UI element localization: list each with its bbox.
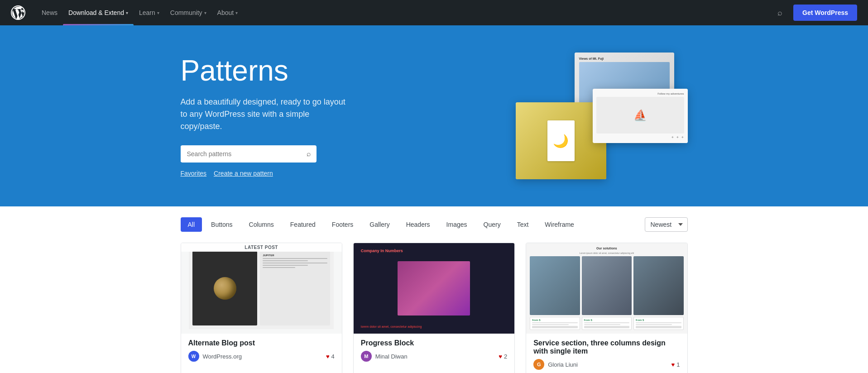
pattern-card-info-3: Service section, three columns design wi… xyxy=(526,334,687,373)
community-chevron-icon: ▾ xyxy=(204,10,206,15)
filter-tab-buttons[interactable]: Buttons xyxy=(204,217,240,232)
pattern-card-img-2: Company In Numbers lorem dolor sit amet,… xyxy=(354,243,514,334)
pattern-card-avatar-2: M xyxy=(361,351,372,362)
pattern-card-1[interactable]: LATEST POST JUPITER Altern xyxy=(181,243,342,373)
filter-tab-all[interactable]: All xyxy=(181,217,202,232)
pattern-card-img-1: LATEST POST JUPITER xyxy=(181,243,342,334)
pattern-card-likes-3[interactable]: ♥ 1 xyxy=(671,361,680,368)
heart-icon-1: ♥ xyxy=(326,353,330,360)
filter-tab-footers[interactable]: Footers xyxy=(325,217,360,232)
nav-right: ⌕ Get WordPress xyxy=(774,5,857,21)
search-input[interactable] xyxy=(181,146,301,162)
pattern-card-info-2: Progress Block M Minal Diwan ♥ 2 xyxy=(354,334,514,367)
nav-item-download[interactable]: Download & Extend ▾ xyxy=(63,0,134,25)
pattern-card-author-1: WordPress.org xyxy=(203,353,242,360)
pattern-card-meta-1: W WordPress.org ♥ 4 xyxy=(188,351,335,362)
filter-tabs: All Buttons Columns Featured Footers Gal… xyxy=(181,217,581,232)
pattern-card-info-1: Alternate Blog post W WordPress.org ♥ 4 xyxy=(181,334,342,367)
pattern-card-3[interactable]: Our solutions Lorem ipsum dolor sit amet… xyxy=(526,243,687,373)
hero-search-wrap: ⌕ xyxy=(181,145,317,163)
heart-icon-3: ♥ xyxy=(671,361,675,368)
filter-tab-wireframe[interactable]: Wireframe xyxy=(537,217,581,232)
pattern-card-avatar-3: G xyxy=(533,359,544,370)
hero-preview-images: Views of Mt. Fuji 🌙 xyxy=(516,53,688,179)
filter-tab-columns[interactable]: Columns xyxy=(242,217,281,232)
pattern-card-likes-1[interactable]: ♥ 4 xyxy=(326,353,335,360)
card2-progress-preview: Company In Numbers lorem dolor sit amet,… xyxy=(354,243,514,334)
nav-item-about[interactable]: About ▾ xyxy=(212,0,244,25)
about-chevron-icon: ▾ xyxy=(235,10,238,15)
pattern-card-meta-3: G Gloria Liuni ♥ 1 xyxy=(533,359,680,370)
filter-tab-featured[interactable]: Featured xyxy=(283,217,323,232)
hero-title: Patterns xyxy=(181,55,353,86)
search-submit-icon: ⌕ xyxy=(307,150,311,158)
pattern-card-name-3: Service section, three columns design wi… xyxy=(533,339,680,355)
create-pattern-link[interactable]: Create a new pattern xyxy=(214,170,273,177)
get-wordpress-button[interactable]: Get WordPress xyxy=(793,5,857,21)
hero-card-mid: Follow my adventures ⛵ ✦ ✦ ✦ xyxy=(593,89,688,143)
pattern-card-name-2: Progress Block xyxy=(361,339,507,347)
nav-item-community[interactable]: Community ▾ xyxy=(165,0,212,25)
filter-tab-query[interactable]: Query xyxy=(476,217,508,232)
pattern-card-likes-2[interactable]: ♥ 2 xyxy=(499,353,507,360)
nav-item-learn[interactable]: Learn ▾ xyxy=(134,0,165,25)
filter-tab-gallery[interactable]: Gallery xyxy=(362,217,397,232)
pattern-card-author-2: Minal Diwan xyxy=(375,353,408,360)
pattern-card-name-1: Alternate Blog post xyxy=(188,339,335,347)
hero-search-button[interactable]: ⌕ xyxy=(301,145,317,163)
pattern-card-img-3: Our solutions Lorem ipsum dolor sit amet… xyxy=(526,243,687,334)
pattern-card-avatar-1: W xyxy=(188,351,199,362)
nav-links: News Download & Extend ▾ Learn ▾ Communi… xyxy=(36,0,774,25)
hero-links: Favorites Create a new pattern xyxy=(181,170,353,177)
pattern-card-author-3: Gloria Liuni xyxy=(548,361,578,368)
card3-service-preview: Our solutions Lorem ipsum dolor sit amet… xyxy=(526,243,687,334)
download-chevron-icon: ▾ xyxy=(126,10,128,15)
search-icon-button[interactable]: ⌕ xyxy=(774,6,786,19)
sort-select[interactable]: Newest Oldest Popular xyxy=(645,217,688,232)
nav-logo[interactable] xyxy=(11,5,25,20)
filters-bar: All Buttons Columns Featured Footers Gal… xyxy=(163,206,706,232)
pattern-card-meta-2: M Minal Diwan ♥ 2 xyxy=(361,351,507,362)
filter-tab-images[interactable]: Images xyxy=(439,217,475,232)
navbar: News Download & Extend ▾ Learn ▾ Communi… xyxy=(0,0,868,25)
hero-subtitle: Add a beautifully designed, ready to go … xyxy=(181,96,353,133)
nav-item-news[interactable]: News xyxy=(36,0,63,25)
hero-text: Patterns Add a beautifully designed, rea… xyxy=(181,55,353,177)
favorites-link[interactable]: Favorites xyxy=(181,170,207,177)
filter-tab-text[interactable]: Text xyxy=(510,217,536,232)
search-icon: ⌕ xyxy=(777,8,782,17)
filter-tab-headers[interactable]: Headers xyxy=(399,217,437,232)
card1-blog-preview: JUPITER xyxy=(189,248,334,329)
hero-section: Patterns Add a beautifully designed, rea… xyxy=(0,25,868,206)
learn-chevron-icon: ▾ xyxy=(157,10,159,15)
latest-post-badge: LATEST POST xyxy=(181,243,342,252)
main-content: All Buttons Columns Featured Footers Gal… xyxy=(0,206,868,373)
cards-grid: LATEST POST JUPITER Altern xyxy=(163,232,706,373)
wordpress-logo-icon xyxy=(11,5,25,20)
pattern-card-2[interactable]: Company In Numbers lorem dolor sit amet,… xyxy=(353,243,515,373)
heart-icon-2: ♥ xyxy=(499,353,502,360)
